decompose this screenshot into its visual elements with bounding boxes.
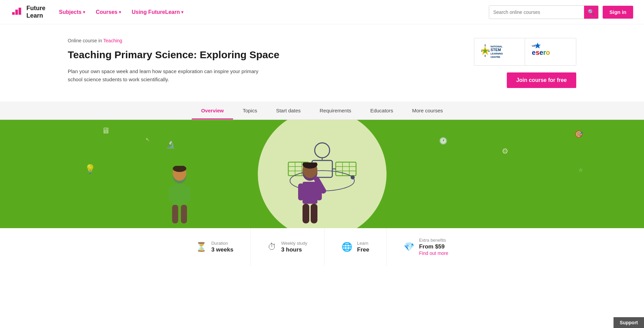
esero-logo-svg: UK esero bbox=[530, 42, 571, 61]
join-course-button[interactable]: Join course for free bbox=[507, 72, 576, 88]
microscope-icon: 🔬 bbox=[166, 140, 175, 149]
breadcrumb: Online course in Teaching bbox=[68, 38, 279, 43]
weekly-label: Weekly study bbox=[281, 241, 307, 246]
svg-text:CENTRE: CENTRE bbox=[491, 56, 500, 58]
svg-text:esero: esero bbox=[532, 49, 550, 56]
duration-label: Duration bbox=[211, 241, 233, 246]
partner-esero-logo: UK esero bbox=[525, 38, 576, 65]
nav-using[interactable]: Using FutureLearn ▾ bbox=[132, 9, 183, 15]
svg-point-32 bbox=[351, 175, 355, 179]
svg-rect-35 bbox=[169, 186, 174, 201]
hero-left: Online course in Teaching Teaching Prima… bbox=[68, 38, 279, 84]
svg-text:NATIONAL: NATIONAL bbox=[491, 45, 503, 48]
hourglass-icon: ⏳ bbox=[196, 242, 207, 252]
learn-label: Learn bbox=[357, 241, 369, 246]
course-description: Plan your own space week and learn how s… bbox=[68, 67, 264, 84]
figure-center bbox=[291, 162, 329, 228]
svg-rect-2 bbox=[19, 7, 21, 15]
svg-rect-47 bbox=[311, 204, 317, 223]
star-icon: ☆ bbox=[579, 167, 583, 173]
course-title: Teaching Primary Science: Exploring Spac… bbox=[68, 48, 279, 61]
bulb-icon: 💡 bbox=[85, 164, 96, 174]
logo-icon bbox=[11, 6, 24, 19]
search-icon: 🔍 bbox=[588, 9, 595, 15]
weekly-item: ⏱ Weekly study 3 hours bbox=[251, 228, 325, 266]
nav-subjects[interactable]: Subjects ▾ bbox=[59, 9, 85, 15]
search-input[interactable] bbox=[489, 6, 584, 19]
extra-label: Extra benefits bbox=[419, 238, 448, 243]
tab-topics[interactable]: Topics bbox=[233, 102, 267, 119]
breadcrumb-link[interactable]: Teaching bbox=[103, 38, 122, 43]
svg-rect-43 bbox=[298, 183, 304, 200]
tab-more-courses[interactable]: More courses bbox=[402, 102, 452, 119]
info-bar: ⏳ Duration 3 weeks ⏱ Weekly study 3 hour… bbox=[0, 228, 644, 266]
duration-item: ⏳ Duration 3 weeks bbox=[179, 228, 251, 266]
svg-rect-38 bbox=[181, 205, 187, 223]
green-banner: 🖥 ↖ 🔬 🕐 ⚙ 🎯 💡 ☆ bbox=[0, 120, 644, 228]
tabs-bar: Overview Topics Start dates Requirements… bbox=[0, 102, 644, 120]
svg-text:STEM: STEM bbox=[491, 48, 501, 52]
svg-rect-36 bbox=[185, 186, 190, 201]
globe-icon: 🌐 bbox=[341, 242, 352, 252]
partner-logos: NATIONAL STEM LEARNING CENTRE UK bbox=[474, 38, 576, 66]
courses-chevron-icon: ▾ bbox=[119, 10, 121, 15]
logo-text: Future Learn bbox=[26, 5, 45, 19]
find-out-more-link[interactable]: Find out more bbox=[419, 250, 448, 256]
tab-overview[interactable]: Overview bbox=[192, 102, 233, 119]
diamond-icon: 💎 bbox=[403, 242, 414, 252]
svg-rect-0 bbox=[12, 12, 15, 15]
navbar: Future Learn Subjects ▾ Courses ▾ Using … bbox=[0, 0, 644, 24]
clock-study-icon: ⏱ bbox=[268, 242, 276, 252]
duration-value: 3 weeks bbox=[211, 246, 233, 253]
nav-links: Subjects ▾ Courses ▾ Using FutureLearn ▾ bbox=[59, 9, 489, 15]
gear-icon: ⚙ bbox=[502, 147, 508, 156]
svg-rect-42 bbox=[303, 182, 317, 204]
tab-start-dates[interactable]: Start dates bbox=[267, 102, 310, 119]
logo[interactable]: Future Learn bbox=[11, 5, 45, 19]
svg-rect-37 bbox=[172, 205, 178, 223]
monitor-icon: 🖥 bbox=[102, 126, 110, 135]
target-icon: 🎯 bbox=[575, 130, 583, 138]
nav-right: 🔍 Sign in bbox=[489, 5, 633, 19]
svg-rect-46 bbox=[303, 204, 309, 223]
learn-value: Free bbox=[357, 246, 369, 253]
svg-rect-1 bbox=[15, 9, 18, 15]
learn-item: 🌐 Learn Free bbox=[325, 228, 387, 266]
cursor-icon: ↖ bbox=[146, 137, 150, 142]
svg-rect-34 bbox=[173, 184, 186, 205]
partner-stem-logo: NATIONAL STEM LEARNING CENTRE bbox=[474, 38, 525, 65]
extra-price: From $59 bbox=[419, 243, 448, 250]
clock-icon: 🕐 bbox=[439, 137, 448, 145]
nav-courses[interactable]: Courses ▾ bbox=[96, 9, 121, 15]
search-container: 🔍 bbox=[489, 5, 599, 19]
figure-left bbox=[163, 166, 196, 228]
svg-text:LEARNING: LEARNING bbox=[491, 52, 503, 55]
tab-requirements[interactable]: Requirements bbox=[310, 102, 360, 119]
hero-section: Online course in Teaching Teaching Prima… bbox=[0, 24, 644, 102]
weekly-value: 3 hours bbox=[281, 246, 307, 253]
svg-point-29 bbox=[315, 143, 330, 158]
tab-educators[interactable]: Educators bbox=[361, 102, 403, 119]
using-chevron-icon: ▾ bbox=[181, 10, 183, 15]
hero-right: NATIONAL STEM LEARNING CENTRE UK bbox=[461, 38, 576, 88]
extra-item: 💎 Extra benefits From $59 Find out more bbox=[387, 228, 465, 266]
stem-logo-svg: NATIONAL STEM LEARNING CENTRE bbox=[481, 42, 518, 61]
subjects-chevron-icon: ▾ bbox=[83, 10, 85, 15]
search-button[interactable]: 🔍 bbox=[584, 6, 598, 19]
signin-button[interactable]: Sign in bbox=[603, 6, 633, 19]
